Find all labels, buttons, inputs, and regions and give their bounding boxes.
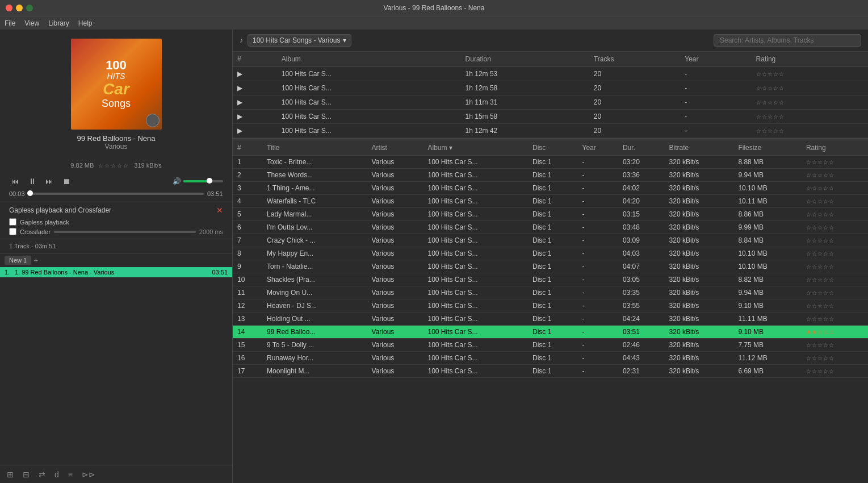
track-table-row[interactable]: 14 99 Red Balloo... Various 100 Hits Car… <box>233 326 868 339</box>
track-bitrate: 320 kBit/s <box>665 169 734 182</box>
album-rating: ☆☆☆☆☆ <box>752 95 868 110</box>
track-col-title[interactable]: Title <box>262 140 367 156</box>
track-title: Waterfalls - TLC <box>262 195 367 208</box>
album-play-btn[interactable]: ▶ <box>233 67 277 81</box>
album-col-num[interactable]: # <box>233 52 277 67</box>
track-duration: 03:35 <box>618 286 665 299</box>
track-title: My Happy En... <box>262 247 367 260</box>
volume-slider[interactable] <box>183 180 223 182</box>
track-table-row[interactable]: 7 Crazy Chick - ... Various 100 Hits Car… <box>233 234 868 247</box>
album-play-btn[interactable]: ▶ <box>233 95 277 110</box>
album-table-row[interactable]: ▶ 100 Hits Car S... 1h 12m 42 20 - ☆☆☆☆☆ <box>233 124 868 138</box>
track-rating: ☆☆☆☆☆ <box>802 273 868 286</box>
track-table-row[interactable]: 6 I'm Outta Lov... Various 100 Hits Car … <box>233 221 868 234</box>
track-table-row[interactable]: 16 Runaway Hor... Various 100 Hits Car S… <box>233 352 868 365</box>
track-year: - <box>578 169 618 182</box>
track-table-row[interactable]: 13 Holding Out ... Various 100 Hits Car … <box>233 313 868 326</box>
track-filesize: 11.12 MB <box>733 352 801 365</box>
album-col-tracks[interactable]: Tracks <box>589 52 680 67</box>
track-col-bitrate[interactable]: Bitrate <box>665 140 734 156</box>
album-table-row[interactable]: ▶ 100 Hits Car S... 1h 12m 53 20 - ☆☆☆☆☆ <box>233 67 868 81</box>
album-rating: ☆☆☆☆☆ <box>752 124 868 138</box>
track-artist: Various <box>367 156 423 169</box>
track-bitrate: 320 kBit/s <box>665 234 734 247</box>
album-col-year[interactable]: Year <box>680 52 751 67</box>
next-button[interactable]: ⏭ <box>43 176 56 187</box>
menu-library[interactable]: Library <box>48 19 69 27</box>
menu-view[interactable]: View <box>24 19 39 27</box>
skip-button[interactable]: ⊳⊳ <box>79 469 98 480</box>
close-button[interactable] <box>6 5 12 11</box>
track-col-rating[interactable]: Rating <box>802 140 868 156</box>
track-table-row[interactable]: 8 My Happy En... Various 100 Hits Car S.… <box>233 247 868 260</box>
track-table-row[interactable]: 10 Shackles (Pra... Various 100 Hits Car… <box>233 273 868 286</box>
track-col-disc[interactable]: Disc <box>528 140 578 156</box>
album-col-album[interactable]: Album <box>277 52 461 67</box>
progress-thumb <box>27 190 33 196</box>
track-col-num[interactable]: # <box>233 140 262 156</box>
track-num: 17 <box>233 365 262 378</box>
volume-control: 🔊 <box>173 177 223 185</box>
track-col-album[interactable]: Album ▾ <box>423 140 529 156</box>
gapless-close-button[interactable]: ✕ <box>216 206 223 215</box>
track-table-row[interactable]: 9 Torn - Natalie... Various 100 Hits Car… <box>233 260 868 273</box>
stop-button[interactable]: ⏹ <box>60 176 73 187</box>
track-title: These Words... <box>262 169 367 182</box>
track-duration: 03:09 <box>618 234 665 247</box>
album-browser-dropdown[interactable]: 100 Hits Car Songs - Various ▾ <box>248 34 351 47</box>
add-playlist-button[interactable]: + <box>33 256 38 265</box>
track-col-year[interactable]: Year <box>578 140 618 156</box>
track-table-row[interactable]: 5 Lady Marmal... Various 100 Hits Car S.… <box>233 208 868 221</box>
track-table-row[interactable]: 15 9 To 5 - Dolly ... Various 100 Hits C… <box>233 339 868 352</box>
album-col-duration[interactable]: Duration <box>461 52 589 67</box>
track-album: 100 Hits Car S... <box>423 326 529 339</box>
album-table-row[interactable]: ▶ 100 Hits Car S... 1h 11m 31 20 - ☆☆☆☆☆ <box>233 95 868 110</box>
playlist-tab-new1[interactable]: New 1 <box>5 256 31 265</box>
progress-bar[interactable] <box>28 193 204 195</box>
track-table-row[interactable]: 4 Waterfalls - TLC Various 100 Hits Car … <box>233 195 868 208</box>
toolbar-btn-1[interactable]: ⊞ <box>5 469 16 480</box>
album-table-row[interactable]: ▶ 100 Hits Car S... 1h 12m 58 20 - ☆☆☆☆☆ <box>233 81 868 95</box>
track-col-artist[interactable]: Artist <box>367 140 423 156</box>
current-time: 00:03 <box>9 190 25 197</box>
browser-header: ♪ 100 Hits Car Songs - Various ▾ <box>233 30 868 52</box>
track-album: 100 Hits Car S... <box>423 156 529 169</box>
track-table-row[interactable]: 2 These Words... Various 100 Hits Car S.… <box>233 169 868 182</box>
track-table-row[interactable]: 11 Moving On U... Various 100 Hits Car S… <box>233 286 868 299</box>
track-album: 100 Hits Car S... <box>423 169 529 182</box>
playlist-item[interactable]: 1. 1. 99 Red Balloons - Nena - Various 0… <box>0 267 232 277</box>
album-duration: 1h 12m 53 <box>461 67 589 81</box>
track-table-row[interactable]: 12 Heaven - DJ S... Various 100 Hits Car… <box>233 299 868 313</box>
album-col-rating[interactable]: Rating <box>752 52 868 67</box>
toolbar-btn-4[interactable]: d <box>52 469 61 480</box>
track-col-duration[interactable]: Dur. <box>618 140 665 156</box>
track-rating: ☆☆☆☆☆ <box>802 156 868 169</box>
menu-help[interactable]: Help <box>78 19 93 27</box>
track-table-row[interactable]: 17 Moonlight M... Various 100 Hits Car S… <box>233 365 868 378</box>
menu-file[interactable]: File <box>5 19 15 27</box>
pause-button[interactable]: ⏸ <box>26 176 39 187</box>
track-table-row[interactable]: 3 1 Thing - Ame... Various 100 Hits Car … <box>233 182 868 195</box>
album-play-btn[interactable]: ▶ <box>233 81 277 95</box>
search-input[interactable] <box>714 34 861 47</box>
track-rating: ☆☆☆☆☆ <box>802 339 868 352</box>
track-section: # Title Artist Album ▾ Disc Year Dur. Bi… <box>233 140 868 483</box>
prev-button[interactable]: ⏮ <box>9 176 22 187</box>
track-filesize: 10.10 MB <box>733 260 801 273</box>
toolbar-btn-2[interactable]: ⊟ <box>20 469 32 480</box>
track-col-filesize[interactable]: Filesize <box>733 140 801 156</box>
minimize-button[interactable] <box>16 5 23 11</box>
album-play-btn[interactable]: ▶ <box>233 124 277 138</box>
crossfader-checkbox[interactable] <box>9 228 16 235</box>
track-bitrate: 320 kBit/s <box>665 313 734 326</box>
album-table-row[interactable]: ▶ 100 Hits Car S... 1h 15m 58 20 - ☆☆☆☆☆ <box>233 110 868 124</box>
maximize-button[interactable] <box>26 5 33 11</box>
list-button[interactable]: ≡ <box>66 469 75 480</box>
gapless-checkbox[interactable] <box>9 218 16 226</box>
album-play-btn[interactable]: ▶ <box>233 110 277 124</box>
shuffle-button[interactable]: ⇄ <box>36 469 48 480</box>
track-title: 9 To 5 - Dolly ... <box>262 339 367 352</box>
crossfader-slider[interactable] <box>54 231 196 233</box>
track-table-row[interactable]: 1 Toxic - Britne... Various 100 Hits Car… <box>233 156 868 169</box>
track-filesize: 9.10 MB <box>733 299 801 313</box>
